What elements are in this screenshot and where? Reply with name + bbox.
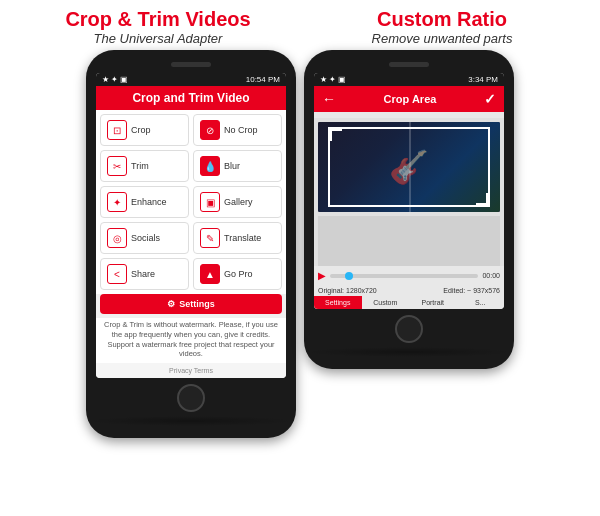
status-bar-right: ★ ✦ ▣ 3:34 PM — [314, 73, 504, 86]
menu-item-trim[interactable]: ✂ Trim — [100, 150, 189, 182]
time-label: 00:00 — [482, 272, 500, 279]
menu-label-gallery: Gallery — [224, 197, 253, 207]
back-button[interactable]: ← — [322, 91, 336, 107]
phone-left: ★ ✦ ▣ 10:54 PM Crop and Trim Video ⊡ Cro… — [86, 50, 296, 438]
timeline-bar: ▶ 00:00 — [314, 266, 504, 285]
info-bar: Original: 1280x720 Edited: ~ 937x576 — [314, 285, 504, 296]
gopro-icon: ▲ — [200, 264, 220, 284]
header: Crop & Trim Videos The Universal Adapter… — [0, 0, 600, 50]
menu-label-trim: Trim — [131, 161, 149, 171]
appbar-right-title: Crop Area — [384, 93, 437, 105]
bottom-tabs: Settings Custom Portrait S... — [314, 296, 504, 309]
edited-label: Edited: ~ 937x576 — [443, 287, 500, 294]
status-icons-left: ★ ✦ ▣ — [102, 75, 128, 84]
menu-item-gopro[interactable]: ▲ Go Pro — [193, 258, 282, 290]
status-time-left: 10:54 PM — [246, 75, 280, 84]
header-right: Custom Ratio Remove unwanted parts — [300, 8, 584, 46]
menu-item-enhance[interactable]: ✦ Enhance — [100, 186, 189, 218]
menu-label-gopro: Go Pro — [224, 269, 253, 279]
tab-settings[interactable]: Settings — [314, 296, 362, 309]
trim-icon: ✂ — [107, 156, 127, 176]
menu-label-socials: Socials — [131, 233, 160, 243]
socials-icon: ◎ — [107, 228, 127, 248]
status-icons-right: ★ ✦ ▣ — [320, 75, 346, 84]
empty-area — [318, 216, 500, 266]
status-time-right: 3:34 PM — [468, 75, 498, 84]
right-sub-title: Remove unwanted parts — [372, 31, 513, 46]
right-main-title: Custom Ratio — [377, 8, 507, 31]
enhance-icon: ✦ — [107, 192, 127, 212]
menu-item-nocrop[interactable]: ⊘ No Crop — [193, 114, 282, 146]
menu-item-socials[interactable]: ◎ Socials — [100, 222, 189, 254]
phone-bottom-right — [395, 315, 423, 343]
menu-item-translate[interactable]: ✎ Translate — [193, 222, 282, 254]
play-button[interactable]: ▶ — [318, 270, 326, 281]
crop-icon: ⊡ — [107, 120, 127, 140]
blur-icon: 💧 — [200, 156, 220, 176]
phone-shadow-right — [304, 347, 514, 357]
home-button-right[interactable] — [395, 315, 423, 343]
phone-bottom-left — [177, 384, 205, 412]
timeline-track[interactable] — [330, 274, 478, 278]
menu-item-crop[interactable]: ⊡ Crop — [100, 114, 189, 146]
settings-gear-icon: ⚙ — [167, 299, 175, 309]
phone-right: ★ ✦ ▣ 3:34 PM ← Crop Area ✓ 🎸 — [304, 50, 514, 369]
header-left: Crop & Trim Videos The Universal Adapter — [16, 8, 300, 46]
menu-item-blur[interactable]: 💧 Blur — [193, 150, 282, 182]
settings-button[interactable]: ⚙ Settings — [100, 294, 282, 314]
menu-grid: ⊡ Crop ⊘ No Crop ✂ Trim 💧 Blur — [96, 110, 286, 294]
phone-screen-left: ★ ✦ ▣ 10:54 PM Crop and Trim Video ⊡ Cro… — [96, 73, 286, 378]
crop-overlay[interactable] — [328, 127, 490, 207]
menu-label-blur: Blur — [224, 161, 240, 171]
menu-label-enhance: Enhance — [131, 197, 167, 207]
phone-speaker-right — [389, 62, 429, 67]
gallery-icon: ▣ — [200, 192, 220, 212]
phone-speaker-left — [171, 62, 211, 67]
privacy-text: Privacy Terms — [96, 363, 286, 378]
timeline-dot — [345, 272, 353, 280]
share-icon: < — [107, 264, 127, 284]
tab-portrait[interactable]: Portrait — [409, 296, 457, 309]
check-button[interactable]: ✓ — [484, 91, 496, 107]
left-sub-title: The Universal Adapter — [94, 31, 223, 46]
main-content: ★ ✦ ▣ 10:54 PM Crop and Trim Video ⊡ Cro… — [0, 50, 600, 516]
nocrop-icon: ⊘ — [200, 120, 220, 140]
tab-custom[interactable]: Custom — [362, 296, 410, 309]
video-area: 🎸 — [318, 122, 500, 212]
menu-item-gallery[interactable]: ▣ Gallery — [193, 186, 282, 218]
translate-icon: ✎ — [200, 228, 220, 248]
appbar-left: Crop and Trim Video — [96, 86, 286, 110]
original-label: Original: 1280x720 — [318, 287, 377, 294]
phone-screen-right: ★ ✦ ▣ 3:34 PM ← Crop Area ✓ 🎸 — [314, 73, 504, 309]
left-main-title: Crop & Trim Videos — [65, 8, 250, 31]
menu-label-translate: Translate — [224, 233, 261, 243]
menu-label-share: Share — [131, 269, 155, 279]
menu-label-crop: Crop — [131, 125, 151, 135]
tab-more[interactable]: S... — [457, 296, 505, 309]
menu-item-share[interactable]: < Share — [100, 258, 189, 290]
menu-label-nocrop: No Crop — [224, 125, 258, 135]
status-bar-left: ★ ✦ ▣ 10:54 PM — [96, 73, 286, 86]
spacer-top — [314, 112, 504, 118]
phone-shadow-left — [86, 416, 296, 426]
description-text: Crop & Trim is without watermark. Please… — [96, 318, 286, 363]
home-button-left[interactable] — [177, 384, 205, 412]
appbar-right: ← Crop Area ✓ — [314, 86, 504, 112]
